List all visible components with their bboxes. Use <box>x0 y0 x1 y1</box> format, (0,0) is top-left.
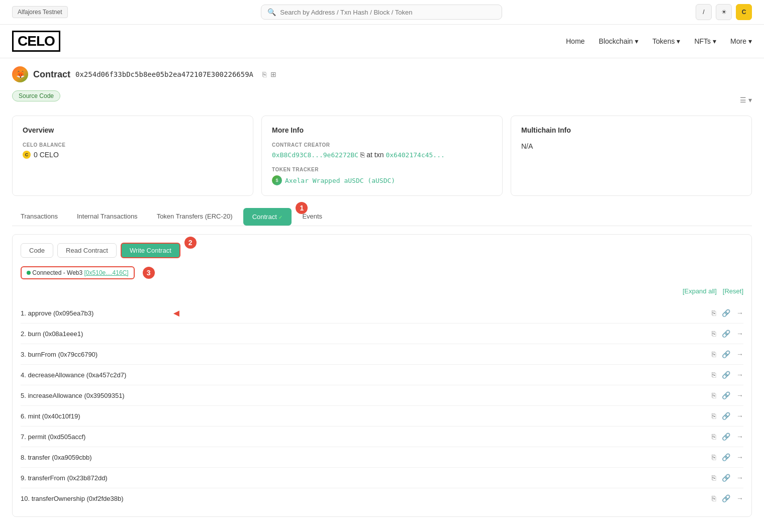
function-mint: 6. mint (0x40c10f19) ⎘ 🔗 → <box>21 406 743 427</box>
token-name[interactable]: Axelar Wrapped aUSDC (aUSDC) <box>285 177 395 184</box>
copy-func-icon-4[interactable]: ⎘ <box>712 371 716 379</box>
reset-link[interactable]: [Reset] <box>723 287 743 295</box>
link-func-icon-2[interactable]: 🔗 <box>722 330 730 338</box>
topbar: Alfajores Testnet 🔍 / ☀ C <box>0 0 764 25</box>
contract-header: 🦊 Contract 0x254d06f33bDc5b8ee05b2ea4721… <box>12 66 752 82</box>
function-transferOwnership-name[interactable]: 10. transferOwnership (0xf2fde38b) <box>21 495 124 502</box>
contract-section: Code Read Contract Write Contract 2 Conn… <box>12 234 752 517</box>
link-func-icon-3[interactable]: 🔗 <box>722 350 730 358</box>
tab-events[interactable]: Events <box>294 208 331 226</box>
expand-func-icon-2[interactable]: → <box>736 330 743 338</box>
function-burn-name[interactable]: 2. burn (0x08a1eee1) <box>21 330 83 338</box>
expand-func-icon-4[interactable]: → <box>736 371 743 379</box>
more-info-card: More Info CONTRACT CREATOR 0xB8Cd93C8...… <box>261 116 503 196</box>
expand-reset: [Expand all] [Reset] <box>683 287 743 295</box>
subtab-code[interactable]: Code <box>21 243 53 258</box>
expand-func-icon-7[interactable]: → <box>736 433 743 441</box>
connected-dot <box>27 271 31 275</box>
nav-links: Home Blockchain ▾ Tokens ▾ NFTs ▾ More ▾ <box>566 37 752 45</box>
contract-label: Contract <box>33 69 70 80</box>
nav-nfts[interactable]: NFTs ▾ <box>694 37 716 45</box>
link-func-icon-6[interactable]: 🔗 <box>722 412 730 420</box>
function-permit: 7. permit (0xd505accf) ⎘ 🔗 → <box>21 427 743 447</box>
tab-contract[interactable]: Contract ✓ <box>243 208 292 226</box>
expand-all-link[interactable]: [Expand all] <box>683 287 717 295</box>
connected-status: Connected - Web3 <box>32 269 82 276</box>
function-approve-actions: ⎘ 🔗 → <box>712 309 743 317</box>
creator-address[interactable]: 0xB8Cd93C8...9e62272BC <box>272 151 358 159</box>
multichain-value: N/A <box>521 142 741 150</box>
subtab-write-contract[interactable]: Write Contract <box>121 243 180 258</box>
connected-address[interactable]: [0x510e....416C] <box>84 269 129 276</box>
nfts-chevron: ▾ <box>713 37 716 45</box>
link-func-icon-9[interactable]: 🔗 <box>722 474 730 482</box>
function-transferFrom: 9. transferFrom (0x23b872dd) ⎘ 🔗 → <box>21 468 743 488</box>
link-func-icon[interactable]: 🔗 <box>722 309 730 317</box>
tab-transactions[interactable]: Transactions <box>12 208 66 226</box>
main-tabs: Transactions Internal Transactions Token… <box>12 208 752 226</box>
nav-tokens[interactable]: Tokens ▾ <box>652 37 680 45</box>
copy-func-icon-2[interactable]: ⎘ <box>712 330 716 338</box>
network-badge[interactable]: Alfajores Testnet <box>12 6 68 18</box>
link-func-icon-7[interactable]: 🔗 <box>722 433 730 441</box>
function-burn: 2. burn (0x08a1eee1) ⎘ 🔗 → <box>21 324 743 344</box>
function-transferOwnership-actions: ⎘ 🔗 → <box>712 494 743 502</box>
search-bar[interactable]: 🔍 <box>261 5 502 20</box>
function-burn-actions: ⎘ 🔗 → <box>712 330 743 338</box>
link-func-icon-4[interactable]: 🔗 <box>722 371 730 379</box>
qr-icon[interactable]: ⊞ <box>270 70 276 78</box>
expand-func-icon-8[interactable]: → <box>736 453 743 461</box>
nav-home[interactable]: Home <box>566 37 585 45</box>
creator-label: CONTRACT CREATOR <box>272 142 492 148</box>
function-mint-name[interactable]: 6. mint (0x40c10f19) <box>21 412 80 420</box>
copy-func-icon-8[interactable]: ⎘ <box>712 453 716 461</box>
expand-func-icon-5[interactable]: → <box>736 391 743 399</box>
function-burnFrom-actions: ⎘ 🔗 → <box>712 350 743 358</box>
expand-func-icon[interactable]: → <box>736 309 743 317</box>
annotation-2: 2 <box>184 237 197 249</box>
theme-toggle-btn[interactable]: ☀ <box>716 4 732 20</box>
function-approve: 1. approve (0x095ea7b3) ◄ ⎘ 🔗 → <box>21 303 743 324</box>
filter-icon[interactable]: ☰ ▾ <box>740 96 752 104</box>
nav-more[interactable]: More ▾ <box>730 37 752 45</box>
expand-func-icon-9[interactable]: → <box>736 474 743 482</box>
link-func-icon-5[interactable]: 🔗 <box>722 391 730 399</box>
cards-row: Overview CELO BALANCE C 0 CELO More Info… <box>12 116 752 196</box>
copy-func-icon[interactable]: ⎘ <box>712 309 716 317</box>
link-func-icon-8[interactable]: 🔗 <box>722 453 730 461</box>
expand-func-icon-10[interactable]: → <box>736 494 743 502</box>
topbar-icons: / ☀ C <box>696 4 752 20</box>
celo-balance-amount: 0 CELO <box>34 151 59 159</box>
expand-func-icon-3[interactable]: → <box>736 350 743 358</box>
expand-func-icon-6[interactable]: → <box>736 412 743 420</box>
copy-func-icon-3[interactable]: ⎘ <box>712 350 716 358</box>
creator-txn[interactable]: 0x6402174c45... <box>386 151 444 159</box>
tab-internal-transactions[interactable]: Internal Transactions <box>68 208 146 226</box>
function-transferFrom-name[interactable]: 9. transferFrom (0x23b872dd) <box>21 474 108 482</box>
copy-func-icon-6[interactable]: ⎘ <box>712 412 716 420</box>
user-icon-btn[interactable]: C <box>736 4 752 20</box>
tab-token-transfers[interactable]: Token Transfers (ERC-20) <box>148 208 241 226</box>
function-decreaseAllowance-name[interactable]: 4. decreaseAllowance (0xa457c2d7) <box>21 371 126 379</box>
copy-func-icon-5[interactable]: ⎘ <box>712 391 716 399</box>
function-transfer-name[interactable]: 8. transfer (0xa9059cbb) <box>21 454 92 461</box>
sub-tabs-row: Code Read Contract Write Contract 2 <box>21 243 743 258</box>
function-permit-name[interactable]: 7. permit (0xd505accf) <box>21 433 85 441</box>
copy-icon[interactable]: ⎘ <box>262 70 266 78</box>
function-transfer: 8. transfer (0xa9059cbb) ⎘ 🔗 → <box>21 447 743 468</box>
subtab-read-contract[interactable]: Read Contract <box>57 243 117 258</box>
connected-badge[interactable]: Connected - Web3 [0x510e....416C] <box>21 266 135 279</box>
copy-func-icon-9[interactable]: ⎘ <box>712 474 716 482</box>
search-icon: 🔍 <box>267 8 276 16</box>
copy-func-icon-7[interactable]: ⎘ <box>712 433 716 441</box>
celo-icon: C <box>23 151 31 159</box>
slash-icon-btn[interactable]: / <box>696 4 712 20</box>
copy-func-icon-10[interactable]: ⎘ <box>712 494 716 502</box>
function-increaseAllowance-name[interactable]: 5. increaseAllowance (0x39509351) <box>21 392 125 399</box>
link-func-icon-10[interactable]: 🔗 <box>722 494 730 502</box>
function-increaseAllowance-actions: ⎘ 🔗 → <box>712 391 743 399</box>
nav-blockchain[interactable]: Blockchain ▾ <box>599 37 638 45</box>
function-burnFrom-name[interactable]: 3. burnFrom (0x79cc6790) <box>21 351 98 358</box>
function-approve-name[interactable]: 1. approve (0x095ea7b3) <box>21 309 93 317</box>
search-input[interactable] <box>280 9 496 16</box>
